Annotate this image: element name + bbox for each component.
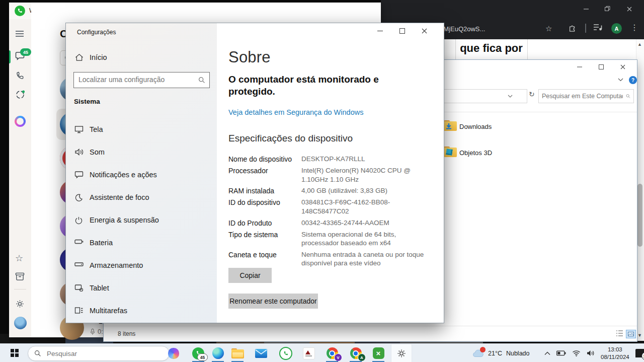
settings-gear-icon[interactable]: [15, 299, 25, 309]
sidebar-item-notificacoes[interactable]: Notificações e ações: [66, 164, 217, 187]
ribbon-collapse-icon[interactable]: [618, 78, 623, 82]
sidebar-item-label: Tablet: [90, 284, 109, 292]
minimize-icon[interactable]: [576, 63, 583, 70]
action-center-icon[interactable]: 13: [635, 349, 644, 357]
extensions-icon[interactable]: [568, 23, 577, 32]
refresh-icon[interactable]: ↻: [529, 90, 535, 98]
time: 13:03: [601, 346, 629, 353]
menu-icon[interactable]: [15, 30, 24, 37]
downloads-folder-icon[interactable]: [444, 120, 457, 131]
copy-button[interactable]: Copiar: [228, 268, 272, 283]
start-button[interactable]: [11, 349, 19, 357]
table-row: Tipo de sistema Sistema operacional de 6…: [228, 230, 438, 248]
help-icon[interactable]: ?: [629, 76, 637, 84]
close-icon[interactable]: [625, 5, 633, 13]
battery-icon[interactable]: [556, 350, 566, 356]
protection-status: O computador está monitorado e protegido…: [228, 74, 389, 98]
security-link[interactable]: Veja detalhes em Segurança do Windows: [228, 108, 363, 116]
maximize-icon[interactable]: [597, 63, 605, 70]
maximize-icon[interactable]: [398, 27, 406, 35]
battery-icon: [74, 239, 84, 245]
objects3d-folder-icon[interactable]: [444, 147, 457, 157]
scroll-down-icon[interactable]: ▼: [637, 333, 642, 338]
hidden-icons-chevron[interactable]: [544, 351, 550, 355]
table-row: ID do Produto 00342-43365-24744-AAOEM: [228, 219, 438, 228]
sidebar-item-assistente-de-foco[interactable]: Assistente de foco: [66, 187, 217, 209]
file-explorer-icon: [231, 348, 244, 358]
restore-icon[interactable]: [604, 5, 611, 13]
taskbar-xbox-button[interactable]: ×: [368, 344, 388, 362]
table-row: Nome do dispositivo DESKTOP-KA7RLLL: [228, 155, 438, 164]
sidebar-item-multitarefas[interactable]: Multitarefas: [66, 300, 217, 323]
volume-icon[interactable]: [587, 350, 595, 356]
focus-moon-icon: [74, 193, 83, 202]
details-view-icon[interactable]: [616, 330, 623, 337]
rename-computer-button[interactable]: Renomear este computador: [228, 294, 318, 309]
device-specs-table: Nome do dispositivo DESKTOP-KA7RLLL Proc…: [228, 155, 438, 270]
search-input[interactable]: [74, 73, 194, 87]
weather-widget[interactable]: 21°C Nublado: [472, 344, 530, 362]
taskbar-search[interactable]: [28, 346, 170, 361]
spec-label: Caneta e toque: [228, 250, 301, 268]
sidebar-item-bateria[interactable]: Bateria: [66, 232, 217, 255]
calls-icon[interactable]: [15, 71, 24, 81]
reading-list-icon[interactable]: [593, 24, 602, 32]
taskbar-chrome-profile1-button[interactable]: V: [322, 344, 342, 362]
notifications-icon: [74, 171, 84, 179]
scrollbar-thumb[interactable]: [637, 184, 642, 247]
spec-value: DESKTOP-KA7RLLL: [301, 155, 365, 164]
taskbar-whatsapp2-button[interactable]: [276, 344, 296, 362]
whatsapp-logo-icon: [15, 6, 25, 16]
starred-messages-icon[interactable]: ☆: [15, 254, 23, 263]
whatsapp-outline-icon: [279, 347, 292, 360]
taskbar-copilot-button[interactable]: [164, 344, 184, 362]
taskbar-mail-button[interactable]: [251, 344, 271, 362]
wifi-icon[interactable]: [572, 350, 581, 356]
table-row: ID do dispositivo 038481C3-F69C-4162-BB0…: [228, 198, 438, 215]
status-icon[interactable]: [15, 90, 25, 100]
mail-icon: [255, 349, 267, 358]
weather-cloud-icon: [472, 349, 484, 357]
taskbar-edge-button[interactable]: [208, 344, 228, 362]
kebab-menu-icon[interactable]: ⋮: [630, 23, 638, 32]
taskbar-explorer-button[interactable]: [227, 344, 248, 362]
sidebar-item-tablet[interactable]: Tablet: [66, 277, 217, 300]
meta-ai-icon[interactable]: [15, 116, 26, 127]
taskbar-settings-button[interactable]: [391, 344, 412, 362]
bookmark-star-icon[interactable]: ☆: [545, 24, 552, 33]
profile-badge: V: [334, 353, 342, 361]
profile-avatar[interactable]: A: [611, 23, 622, 34]
taskbar-whatsapp-button[interactable]: 45: [188, 344, 208, 362]
weather-alert-badge: [480, 347, 486, 352]
folder-label[interactable]: Objetos 3D: [459, 149, 492, 157]
sidebar-item-inicio[interactable]: Início: [66, 49, 217, 66]
chevron-down-icon[interactable]: [508, 95, 513, 98]
sidebar-item-armazenamento[interactable]: Armazenamento: [66, 255, 217, 277]
thumbnail-view-icon[interactable]: [626, 330, 636, 338]
sidebar-item-label: Multitarefas: [90, 307, 127, 315]
date: 08/11/2024: [601, 353, 629, 360]
taskbar-app-button[interactable]: [299, 344, 319, 362]
explorer-search[interactable]: [538, 89, 634, 103]
spec-label: RAM instalada: [228, 186, 301, 195]
archive-icon[interactable]: [15, 272, 25, 281]
taskbar-chrome-profile2-button[interactable]: A: [346, 344, 366, 362]
profile-avatar[interactable]: [14, 317, 27, 329]
minimize-icon[interactable]: [376, 27, 384, 35]
search-input[interactable]: [46, 349, 163, 358]
sidebar-item-som[interactable]: Som: [66, 141, 217, 164]
cube-icon: [446, 149, 453, 156]
close-icon[interactable]: [421, 27, 428, 35]
settings-search[interactable]: [73, 72, 210, 88]
search-input[interactable]: [539, 93, 626, 100]
spec-label: Nome do dispositivo: [228, 155, 301, 164]
scroll-up-icon[interactable]: ▲: [637, 42, 642, 47]
close-icon[interactable]: [619, 63, 626, 70]
sidebar-item-tela[interactable]: Tela: [66, 119, 217, 141]
folder-label[interactable]: Downloads: [459, 123, 492, 130]
minimize-icon[interactable]: [582, 5, 590, 13]
sidebar-item-label: Notificações e ações: [90, 171, 157, 179]
sidebar-item-energia[interactable]: Energia & suspensão: [66, 209, 217, 232]
search-icon: [198, 77, 205, 84]
clock[interactable]: 13:03 08/11/2024: [601, 346, 629, 360]
